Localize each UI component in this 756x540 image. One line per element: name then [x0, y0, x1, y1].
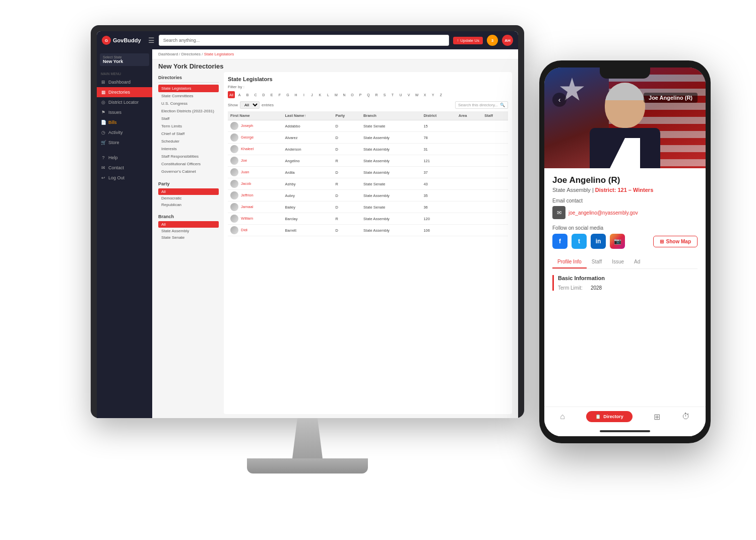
col-branch[interactable]: Branch — [361, 111, 421, 120]
breadcrumb-directories[interactable]: Directories — [181, 52, 201, 56]
table-row[interactable]: Joe Angelino R State Assembly 121 — [228, 155, 508, 167]
alpha-w[interactable]: W — [413, 91, 420, 98]
alpha-y[interactable]: Y — [429, 91, 436, 98]
alpha-all[interactable]: All — [228, 91, 235, 98]
sidebar-item-issues[interactable]: ⚑ Issues — [97, 107, 152, 117]
sidebar-item-store[interactable]: 🛒 Store — [97, 138, 152, 148]
user-avatar[interactable]: AH — [502, 35, 513, 46]
party-republican[interactable]: Republican — [158, 201, 219, 208]
alpha-p[interactable]: P — [357, 91, 364, 98]
search-bar[interactable]: Search anything... — [159, 35, 450, 46]
alpha-b[interactable]: B — [244, 91, 251, 98]
tab-profile-info[interactable]: Profile Info — [552, 256, 587, 268]
alpha-j[interactable]: J — [308, 91, 316, 98]
bottom-nav-home[interactable]: ⌂ — [560, 412, 565, 421]
tab-ad[interactable]: Ad — [629, 256, 645, 268]
back-button[interactable]: ‹ — [552, 93, 566, 107]
td-staff — [482, 132, 508, 144]
table-row[interactable]: George Alvarez D State Assembly 78 — [228, 132, 508, 144]
dir-item-election-districts[interactable]: Election Districts (2022-2031) — [158, 107, 219, 115]
sidebar-item-district-locator[interactable]: ◎ District Locator — [97, 97, 152, 107]
table-row[interactable]: William Barclay R State Assembly 120 — [228, 213, 508, 225]
table-row[interactable]: Didi Barrett D State Assembly 106 — [228, 225, 508, 236]
notification-icon[interactable]: 3 — [487, 35, 498, 46]
alpha-c[interactable]: C — [252, 91, 259, 98]
col-district[interactable]: District — [421, 111, 456, 120]
entries-select[interactable]: All 10 25 50 — [240, 101, 260, 109]
sidebar-item-help[interactable]: ? Help — [97, 153, 152, 163]
alpha-e[interactable]: E — [268, 91, 275, 98]
update-btn[interactable]: ↑ Update Us — [453, 37, 483, 44]
alpha-g[interactable]: G — [284, 91, 291, 98]
alpha-x[interactable]: X — [421, 91, 428, 98]
dir-item-chief-of-staff[interactable]: Chief of Staff — [158, 130, 219, 138]
facebook-btn[interactable]: f — [552, 234, 568, 249]
table-row[interactable]: Jamaal Bailey D State Senate 36 — [228, 201, 508, 213]
party-democratic[interactable]: Democratic — [158, 195, 219, 201]
tab-staff[interactable]: Staff — [587, 256, 607, 268]
dir-item-interests[interactable]: Interests — [158, 145, 219, 153]
td-district: 43 — [421, 178, 456, 190]
breadcrumb-dashboard[interactable]: Dashboard — [158, 52, 178, 56]
col-first-name[interactable]: First Name — [228, 111, 283, 120]
alpha-f[interactable]: F — [276, 91, 283, 98]
branch-state-assembly[interactable]: State Assembly — [158, 228, 219, 234]
alpha-h[interactable]: H — [292, 91, 299, 98]
bottom-nav-map[interactable]: ⊞ — [654, 412, 660, 422]
sidebar-item-dashboard[interactable]: ⊞ Dashboard — [97, 77, 152, 87]
table-row[interactable]: Juan Ardila D State Assembly 37 — [228, 167, 508, 178]
alpha-q[interactable]: Q — [365, 91, 372, 98]
dir-item-constitutional-officers[interactable]: Constitutional Officers — [158, 160, 219, 168]
branch-state-senate[interactable]: State Senate — [158, 234, 219, 241]
alpha-t[interactable]: T — [389, 91, 396, 98]
search-directory[interactable]: Search this directory... 🔍 — [455, 101, 508, 109]
dir-item-state-legislators[interactable]: State Legislators — [158, 85, 219, 92]
email-address[interactable]: joe_angelino@nyassembly.gov — [569, 210, 638, 216]
alpha-z[interactable]: Z — [437, 91, 445, 98]
sidebar-item-directories[interactable]: ▦ Directories — [97, 87, 152, 97]
table-row[interactable]: Joseph Addabbo D State Senate 15 — [228, 120, 508, 132]
alpha-i[interactable]: I — [300, 91, 307, 98]
col-area[interactable]: Area — [456, 111, 482, 120]
table-row[interactable]: Jacob Ashby R State Senate 43 — [228, 178, 508, 190]
bottom-nav-directory[interactable]: 📋 Directory — [586, 411, 633, 422]
sidebar-item-logout[interactable]: ↩ Log Out — [97, 173, 152, 183]
table-row[interactable]: Khaleel Anderson D State Assembly 31 — [228, 144, 508, 155]
dir-item-state-committees[interactable]: State Committees — [158, 92, 219, 100]
hamburger-icon[interactable]: ☰ — [148, 36, 155, 44]
person-hair — [605, 83, 645, 100]
col-party[interactable]: Party — [333, 111, 361, 120]
sidebar-item-bills[interactable]: 📄 Bills — [97, 117, 152, 127]
linkedin-btn[interactable]: in — [591, 234, 606, 249]
alpha-m[interactable]: M — [333, 91, 340, 98]
alpha-n[interactable]: N — [341, 91, 348, 98]
alpha-d[interactable]: D — [260, 91, 267, 98]
alpha-a[interactable]: A — [236, 91, 243, 98]
sidebar-item-activity[interactable]: ◷ Activity — [97, 127, 152, 138]
party-all[interactable]: All — [158, 188, 219, 195]
show-map-btn[interactable]: ⊞ Show Map — [653, 236, 698, 247]
alpha-r[interactable]: R — [373, 91, 380, 98]
table-row[interactable]: Jeffrion Aubry D State Assembly 35 — [228, 190, 508, 201]
alpha-s[interactable]: S — [381, 91, 388, 98]
dir-item-scheduler[interactable]: Scheduler — [158, 138, 219, 145]
branch-all[interactable]: All — [158, 221, 219, 228]
tab-issue[interactable]: Issue — [607, 256, 629, 268]
alpha-v[interactable]: V — [405, 91, 412, 98]
alpha-o[interactable]: O — [349, 91, 356, 98]
alpha-l[interactable]: L — [325, 91, 332, 98]
state-selector[interactable]: Select State New York — [100, 53, 149, 66]
bottom-nav-time[interactable]: ⏱ — [682, 412, 690, 421]
dir-item-term-limits[interactable]: Term Limits — [158, 122, 219, 130]
instagram-btn[interactable]: 📷 — [610, 234, 625, 249]
dir-item-governors-cabinet[interactable]: Governor's Cabinet — [158, 168, 219, 175]
col-staff[interactable]: Staff — [482, 111, 508, 120]
alpha-k[interactable]: K — [317, 91, 324, 98]
twitter-btn[interactable]: t — [572, 234, 587, 249]
col-last-name[interactable]: Last Name↑ — [283, 111, 333, 120]
dir-item-staff[interactable]: Staff — [158, 115, 219, 122]
sidebar-item-contact[interactable]: ✉ Contact — [97, 163, 152, 173]
alpha-u[interactable]: U — [397, 91, 404, 98]
dir-item-staff-responsibilities[interactable]: Staff Responsibilities — [158, 153, 219, 160]
dir-item-us-congress[interactable]: U.S. Congress — [158, 100, 219, 107]
